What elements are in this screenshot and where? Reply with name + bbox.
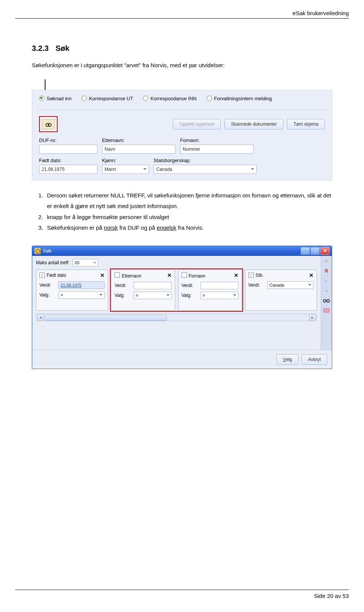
chevron-down-icon: [99, 294, 102, 296]
criteria-etternavn: Etternavn ✕ Verdi: Valg:=: [111, 270, 175, 311]
fodt-input[interactable]: 21.08.1975: [39, 165, 97, 174]
valg-label: Valg:: [182, 293, 198, 298]
criteria-title: Født dato: [47, 273, 66, 278]
maks-label: Maks antall treff:: [36, 260, 69, 265]
minimize-button[interactable]: _: [301, 247, 310, 255]
verdi-label: Verdi:: [39, 282, 55, 288]
checkbox[interactable]: [115, 272, 120, 278]
verdi-label: Verdi:: [115, 283, 130, 288]
criteria-title: Etternavn: [122, 273, 141, 279]
stats-label: Statsborgerskap:: [154, 158, 257, 163]
window-icon: [35, 248, 41, 254]
list-item-1: Dersom søket returnerer NULL TREFF, vil …: [45, 190, 332, 212]
scroll-left-button[interactable]: ◄: [37, 314, 44, 320]
verdi-select[interactable]: Canada: [267, 281, 314, 289]
valg-label: Valg:: [39, 292, 55, 298]
radio-row: Søknad inn Korrespondanse UT Korresponda…: [39, 96, 325, 101]
radio-forvaltning[interactable]: Forvaltningsintern melding: [207, 96, 272, 101]
skannede-dokumenter-button[interactable]: Skannede dokumenter: [224, 119, 283, 129]
highlighted-criteria-group: Etternavn ✕ Verdi: Valg:= Fornavn ✕ Ver: [111, 270, 242, 311]
window-title: Søk: [43, 248, 52, 254]
criteria-fornavn: Fornavn ✕ Verdi: Valg:=: [178, 270, 242, 311]
radio-label: Korrespondanse UT: [89, 96, 133, 101]
valg-select[interactable]: =: [58, 291, 105, 299]
tom-skjema-button[interactable]: Tøm skjema: [287, 119, 325, 129]
form-panel: Søknad inn Korrespondanse UT Korresponda…: [32, 90, 332, 180]
scroll-thumb[interactable]: [45, 315, 167, 321]
maks-value: 20: [75, 260, 79, 265]
radio-label: Forvaltningsintern melding: [214, 96, 272, 101]
chevron-down-icon: [308, 284, 311, 286]
radio-soknad-inn[interactable]: Søknad inn: [39, 96, 72, 101]
chevron-down-icon: [143, 168, 146, 170]
binoculars-icon: [46, 122, 52, 126]
opprett-person-button[interactable]: Opprett ny person: [173, 119, 221, 129]
sok-window: Søk _ □ ✕ Maks antall treff: 20 ✓Født da…: [32, 246, 332, 369]
chevron-down-icon: [166, 294, 169, 296]
checkbox[interactable]: [182, 272, 187, 278]
valg-select[interactable]: =: [201, 292, 238, 299]
criteria-title: Stb.: [256, 273, 264, 278]
radio-korr-inn[interactable]: Korrespondanse INN: [143, 96, 196, 101]
scroll-track[interactable]: [45, 315, 308, 320]
maks-select[interactable]: 20: [72, 259, 98, 267]
search-button[interactable]: [42, 119, 55, 129]
verdi-input[interactable]: [133, 282, 171, 289]
search-highlight-box: [39, 116, 58, 132]
titlebar[interactable]: Søk _ □ ✕: [32, 246, 332, 256]
remove-criteria-icon[interactable]: ✕: [167, 272, 172, 278]
stats-value: Canada: [156, 167, 172, 172]
list-item-2: knapp for å legge fremsøkte personer til…: [45, 212, 332, 223]
panel-divider: [38, 110, 326, 110]
numbered-list: Dersom søket returnerer NULL TREFF, vil …: [32, 190, 332, 233]
arrow-right-icon[interactable]: →: [323, 288, 330, 294]
stats-select[interactable]: Canada: [154, 165, 257, 174]
checkbox[interactable]: ✓: [248, 273, 254, 278]
accel: V: [283, 357, 286, 362]
scroll-right-button[interactable]: ►: [309, 314, 316, 320]
chevron-down-icon: [251, 168, 254, 170]
side-toolbar: ✳ R ← →: [321, 256, 332, 350]
checkbox[interactable]: ✓: [39, 273, 45, 278]
remove-criteria-icon[interactable]: ✕: [309, 272, 314, 278]
close-button[interactable]: ✕: [320, 247, 329, 255]
intro-text: Søkefunksjonen er i utgangspunktet "arve…: [32, 61, 332, 69]
arrow-left-icon[interactable]: ←: [323, 278, 330, 284]
verdi-label: Verdi:: [248, 282, 264, 288]
criteria-stb: ✓Stb. ✕ Verdi:Canada: [245, 270, 317, 311]
valg-select[interactable]: =: [133, 292, 171, 299]
chevron-down-icon: [233, 294, 236, 296]
radio-korr-ut[interactable]: Korrespondanse UT: [82, 96, 133, 101]
kjonn-select[interactable]: Mann: [102, 165, 149, 174]
criteria-title: Fornavn: [189, 273, 206, 279]
avbryt-button[interactable]: Avbryt: [301, 354, 327, 365]
sparkle-icon[interactable]: ✳: [323, 258, 330, 264]
chevron-down-icon: [94, 262, 96, 263]
window-footer: Velg Avbryt: [32, 350, 332, 369]
section-heading: 3.2.3Søk: [32, 44, 332, 53]
horizontal-scrollbar[interactable]: ◄ ►: [36, 314, 317, 321]
verdi-input[interactable]: 21.08.1975: [58, 281, 105, 289]
verdi-label: Verdi:: [182, 283, 198, 288]
heading-title: Søk: [55, 44, 69, 52]
verdi-input[interactable]: [201, 282, 238, 289]
header-rule: [15, 18, 349, 19]
duf-input[interactable]: [39, 145, 97, 154]
criteria-fodt-dato: ✓Født dato ✕ Verdi:21.08.1975 Valg:=: [36, 270, 108, 311]
fornavn-input[interactable]: Nummer: [180, 145, 254, 154]
remove-criteria-icon[interactable]: ✕: [100, 272, 105, 278]
kjonn-label: Kjønn:: [102, 158, 149, 163]
remove-criteria-icon[interactable]: ✕: [234, 272, 238, 278]
heading-number: 3.2.3: [32, 44, 49, 52]
r-button[interactable]: R: [323, 268, 330, 274]
radio-dot-icon: [39, 96, 44, 101]
binoculars-icon[interactable]: [323, 298, 330, 304]
radio-dot-icon: [207, 96, 212, 101]
maximize-button[interactable]: □: [311, 247, 320, 255]
eraser-icon[interactable]: [323, 308, 330, 314]
velg-button[interactable]: Velg: [276, 354, 298, 365]
etternavn-input[interactable]: Navn: [102, 145, 176, 154]
radio-dot-icon: [82, 96, 87, 101]
page-number: Side 20 av 53: [314, 593, 349, 599]
criteria-row: ✓Født dato ✕ Verdi:21.08.1975 Valg:= Ett…: [36, 270, 317, 311]
